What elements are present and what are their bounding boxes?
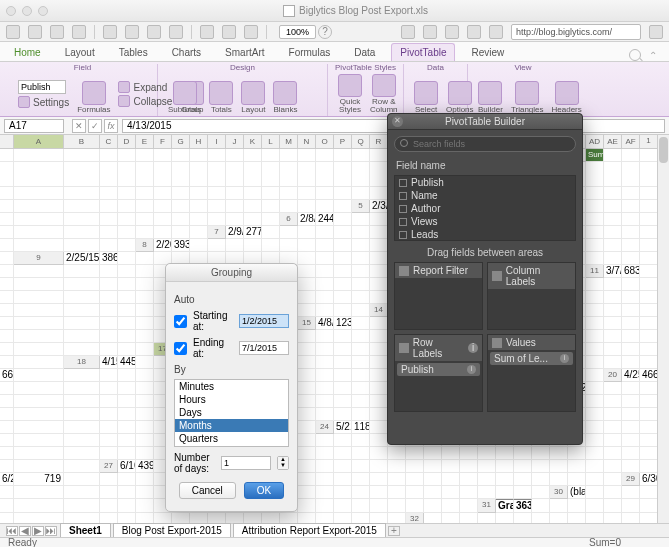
- sheet-tab-sheet1[interactable]: Sheet1: [60, 523, 111, 538]
- first-sheet-icon[interactable]: ⏮: [6, 526, 18, 536]
- by-option-minutes[interactable]: Minutes: [175, 380, 288, 393]
- row-pill-publish[interactable]: Publishi: [397, 363, 480, 376]
- tab-charts[interactable]: Charts: [164, 44, 209, 61]
- window-controls[interactable]: [6, 6, 48, 16]
- format-painter-icon[interactable]: [169, 25, 183, 39]
- section-label-field: Field: [8, 63, 157, 72]
- ok-button[interactable]: OK: [244, 482, 284, 499]
- headers-icon[interactable]: [555, 81, 579, 105]
- starting-at-checkbox[interactable]: [174, 315, 187, 328]
- minimize-window-icon[interactable]: [22, 6, 32, 16]
- name-box[interactable]: [4, 119, 64, 133]
- settings-button[interactable]: Settings: [18, 96, 69, 108]
- web-stop-icon[interactable]: [445, 25, 459, 39]
- pill-info-icon[interactable]: i: [467, 365, 476, 374]
- filter-area-icon: [399, 266, 409, 276]
- ending-at-checkbox[interactable]: [174, 342, 187, 355]
- close-icon[interactable]: ✕: [392, 116, 403, 127]
- add-sheet-icon[interactable]: +: [388, 526, 400, 536]
- tab-formulas[interactable]: Formulas: [281, 44, 339, 61]
- tab-smartart[interactable]: SmartArt: [217, 44, 272, 61]
- select-icon[interactable]: [414, 81, 438, 105]
- url-field[interactable]: [511, 24, 641, 40]
- zoom-window-icon[interactable]: [38, 6, 48, 16]
- undo-icon[interactable]: [50, 25, 64, 39]
- sheet-tab-attribution-report[interactable]: Attribution Report Export-2015: [233, 523, 386, 538]
- field-name[interactable]: Name: [395, 189, 575, 202]
- web-refresh-icon[interactable]: [467, 25, 481, 39]
- tab-tables[interactable]: Tables: [111, 44, 156, 61]
- field-author[interactable]: Author: [395, 202, 575, 215]
- redo-icon[interactable]: [72, 25, 86, 39]
- starting-at-input[interactable]: [239, 314, 289, 328]
- ending-at-input[interactable]: [239, 341, 289, 355]
- copy-icon[interactable]: [125, 25, 139, 39]
- search-fields-input[interactable]: [394, 136, 576, 152]
- ribbon-collapse-icon[interactable]: ⌃: [649, 50, 657, 61]
- by-option-months[interactable]: Months: [175, 419, 288, 432]
- cut-icon[interactable]: [103, 25, 117, 39]
- search-icon: [400, 139, 408, 147]
- triangles-icon[interactable]: [515, 81, 539, 105]
- totals-icon[interactable]: [209, 81, 233, 105]
- dialog-title: Grouping: [166, 264, 297, 282]
- layout-icon[interactable]: [241, 81, 265, 105]
- by-option-years[interactable]: Years: [175, 445, 288, 447]
- ribbon-body: Field Settings Formulas Expand Collapse …: [0, 62, 669, 117]
- field-name-input[interactable]: [18, 80, 66, 94]
- web-back-icon[interactable]: [401, 25, 415, 39]
- last-sheet-icon[interactable]: ⏭: [45, 526, 57, 536]
- number-of-days-stepper[interactable]: ▲▼: [277, 456, 289, 470]
- by-option-days[interactable]: Days: [175, 406, 288, 419]
- cancel-formula-icon[interactable]: ✕: [72, 119, 86, 133]
- web-forward-icon[interactable]: [423, 25, 437, 39]
- help-icon[interactable]: ?: [318, 25, 332, 39]
- status-bar: Ready Sum=0: [0, 537, 669, 547]
- report-filter-area[interactable]: Report Filter: [394, 262, 483, 330]
- blanks-icon[interactable]: [273, 81, 297, 105]
- column-labels-area[interactable]: Column Labels: [487, 262, 576, 330]
- value-pill-sum-of-leads[interactable]: Sum of Le...i: [490, 352, 573, 365]
- web-home-icon[interactable]: [489, 25, 503, 39]
- values-area[interactable]: Values Sum of Le...i: [487, 334, 576, 412]
- filter-icon[interactable]: [244, 25, 258, 39]
- pivottable-builder-panel: ✕ PivotTable Builder Field name PublishN…: [387, 113, 583, 445]
- web-go-icon[interactable]: [649, 25, 663, 39]
- autosum-icon[interactable]: [200, 25, 214, 39]
- row-labels-area[interactable]: Row Labelsi Publishi: [394, 334, 483, 412]
- save-icon[interactable]: [6, 25, 20, 39]
- grouping-dialog: Grouping Auto Starting at: Ending at: By…: [165, 263, 298, 512]
- field-publish[interactable]: Publish: [395, 176, 575, 189]
- next-sheet-icon[interactable]: ▶: [32, 526, 44, 536]
- subtotals-icon[interactable]: [173, 81, 197, 105]
- pill-info-icon[interactable]: i: [560, 354, 569, 363]
- by-option-quarters[interactable]: Quarters: [175, 432, 288, 445]
- paste-icon[interactable]: [147, 25, 161, 39]
- print-icon[interactable]: [28, 25, 42, 39]
- tab-pivottable[interactable]: PivotTable: [391, 43, 455, 61]
- field-leads[interactable]: Leads: [395, 228, 575, 241]
- builder-icon[interactable]: [478, 81, 502, 105]
- cancel-button[interactable]: Cancel: [179, 482, 236, 499]
- quick-styles-icon[interactable]: [338, 74, 362, 97]
- close-window-icon[interactable]: [6, 6, 16, 16]
- vertical-scrollbar[interactable]: [657, 135, 669, 525]
- field-list[interactable]: PublishNameAuthorViewsLeads: [394, 175, 576, 241]
- formulas-icon[interactable]: [82, 81, 106, 105]
- sheet-tab-blog-post-export[interactable]: Blog Post Export-2015: [113, 523, 231, 538]
- sort-icon[interactable]: [222, 25, 236, 39]
- row-column-icon[interactable]: [372, 74, 396, 97]
- number-of-days-input[interactable]: [221, 456, 271, 470]
- by-option-hours[interactable]: Hours: [175, 393, 288, 406]
- tab-home[interactable]: Home: [6, 44, 49, 61]
- accept-formula-icon[interactable]: ✓: [88, 119, 102, 133]
- by-listbox[interactable]: MinutesHoursDaysMonthsQuartersYears: [174, 379, 289, 447]
- fx-icon[interactable]: fx: [104, 119, 118, 133]
- field-views[interactable]: Views: [395, 215, 575, 228]
- tab-data[interactable]: Data: [346, 44, 383, 61]
- tab-review[interactable]: Review: [463, 44, 512, 61]
- search-icon[interactable]: [629, 49, 641, 61]
- zoom-level[interactable]: 100%: [279, 25, 316, 39]
- prev-sheet-icon[interactable]: ◀: [19, 526, 31, 536]
- tab-layout[interactable]: Layout: [57, 44, 103, 61]
